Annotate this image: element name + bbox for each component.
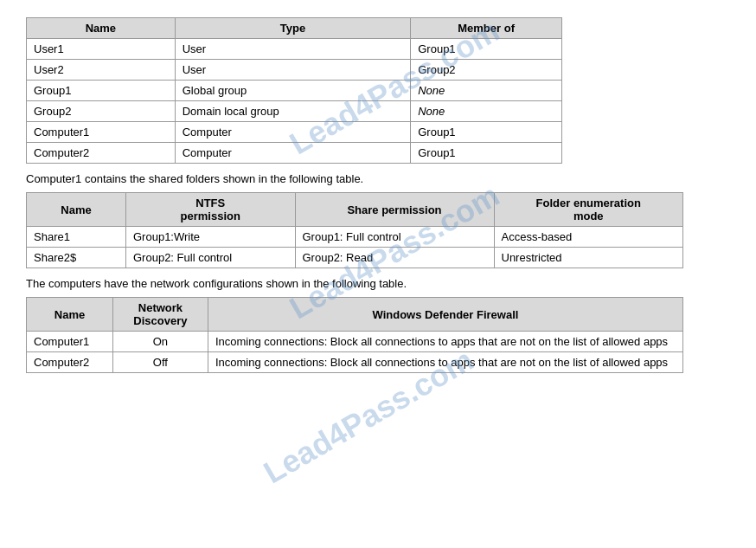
table-row: User1UserGroup1 — [27, 39, 562, 60]
table-row: Computer2ComputerGroup1 — [27, 143, 562, 164]
table-cell: User2 — [27, 60, 176, 81]
table-cell: None — [411, 101, 562, 122]
table-cell: Domain local group — [175, 101, 411, 122]
col-member-of: Member of — [411, 18, 562, 39]
table-row: Computer2OffIncoming connections: Block … — [27, 352, 683, 373]
table-cell: User — [175, 39, 411, 60]
table-cell: Group1 — [411, 143, 562, 164]
table-cell: Computer1 — [27, 122, 176, 143]
table-cell: Share1 — [27, 227, 126, 248]
table-cell: Computer2 — [27, 352, 113, 373]
col-name: Name — [27, 193, 126, 227]
table-cell: None — [411, 81, 562, 101]
table-row: Group2Domain local groupNone — [27, 101, 562, 122]
table-cell: Group2: Full control — [126, 248, 296, 268]
table-cell: Group1 — [411, 122, 562, 143]
col-name: Name — [27, 298, 113, 332]
table-cell: Group2: Read — [295, 248, 494, 268]
table-cell: Group1 — [411, 39, 562, 60]
table-row: Share2$Group2: Full controlGroup2: ReadU… — [27, 248, 683, 268]
col-folder-enum: Folder enumerationmode — [494, 193, 683, 227]
table-cell: Global group — [175, 81, 411, 101]
paragraph1: Computer1 contains the shared folders sh… — [26, 172, 730, 185]
table-cell: User1 — [27, 39, 176, 60]
table-cell: Group1 — [27, 81, 176, 101]
paragraph2: The computers have the network configura… — [26, 277, 730, 290]
table-cell: Share2$ — [27, 248, 126, 268]
table-cell: Incoming connections: Block all connecti… — [208, 352, 682, 373]
col-share-permission: Share permission — [295, 193, 494, 227]
users-groups-table: Name Type Member of User1UserGroup1User2… — [26, 17, 562, 164]
table-cell: Group2 — [411, 60, 562, 81]
table-cell: Incoming connections: Block all connecti… — [208, 332, 682, 352]
table-row: Computer1OnIncoming connections: Block a… — [27, 332, 683, 352]
table-cell: Group1:Write — [126, 227, 296, 248]
table-cell: Access-based — [494, 227, 683, 248]
table-row: Group1Global groupNone — [27, 81, 562, 101]
table-cell: Computer1 — [27, 332, 113, 352]
table-cell: User — [175, 60, 411, 81]
table-cell: Group2 — [27, 101, 176, 122]
table-cell: Off — [112, 352, 208, 373]
col-windows-firewall: Windows Defender Firewall — [208, 298, 682, 332]
table-row: Share1Group1:WriteGroup1: Full controlAc… — [27, 227, 683, 248]
network-config-table: Name NetworkDiscovery Windows Defender F… — [26, 297, 683, 373]
col-network-discovery: NetworkDiscovery — [112, 298, 208, 332]
shared-folders-table: Name NTFSpermission Share permission Fol… — [26, 192, 683, 268]
col-name: Name — [27, 18, 176, 39]
table-row: Computer1ComputerGroup1 — [27, 122, 562, 143]
table-cell: Computer2 — [27, 143, 176, 164]
table-cell: Computer — [175, 143, 411, 164]
table-cell: Group1: Full control — [295, 227, 494, 248]
table-cell: On — [112, 332, 208, 352]
table-cell: Unrestricted — [494, 248, 683, 268]
col-type: Type — [175, 18, 411, 39]
table-cell: Computer — [175, 122, 411, 143]
table-row: User2UserGroup2 — [27, 60, 562, 81]
col-ntfs: NTFSpermission — [126, 193, 296, 227]
